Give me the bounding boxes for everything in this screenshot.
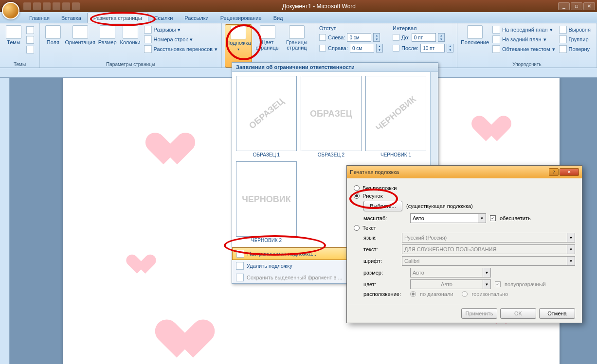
watermark-item-3[interactable]: ЧЕРНОВИКЧЕРНОВИК 1 xyxy=(365,76,426,157)
custom-watermark-icon xyxy=(236,250,244,258)
themes-button[interactable]: Темы xyxy=(3,24,24,68)
cancel-button[interactable]: Отмена xyxy=(539,308,575,319)
dialog-titlebar[interactable]: Печатная подложка ? ✕ xyxy=(347,166,582,178)
ribbon: Темы Темы Поля Ориентация Размер Колонки… xyxy=(0,23,597,68)
tab-review[interactable]: Рецензирование xyxy=(215,13,268,23)
radio-no-watermark[interactable]: Без подложки xyxy=(354,185,575,191)
scale-combo-arrow[interactable]: ▼ xyxy=(478,213,486,223)
tab-page-layout[interactable]: Разметка страницы xyxy=(87,13,148,23)
bring-front-icon xyxy=(492,26,500,34)
bring-front-button[interactable]: На передний план ▾ xyxy=(491,25,556,34)
radio-text[interactable]: Текст xyxy=(354,225,575,231)
ok-button[interactable]: OK xyxy=(500,308,536,319)
office-button[interactable] xyxy=(2,2,19,19)
color-combo: Авто xyxy=(410,279,483,289)
position-icon xyxy=(467,25,483,39)
minimize-button[interactable]: _ xyxy=(558,2,570,10)
preview-icon[interactable] xyxy=(62,2,70,10)
scale-combo[interactable]: Авто xyxy=(410,213,478,223)
dialog-title: Печатная подложка xyxy=(350,169,549,175)
tab-home[interactable]: Главная xyxy=(23,13,55,23)
text-combo: ДЛЯ СЛУЖЕБНОГО ПОЛЬЗОВАНИЯ xyxy=(402,244,567,254)
size-button[interactable]: Размер xyxy=(97,24,118,68)
language-combo: Русский (Россия) xyxy=(402,233,567,243)
select-picture-button[interactable]: Выбрать... xyxy=(363,201,402,211)
columns-icon xyxy=(123,25,138,39)
position-button[interactable]: Положение xyxy=(460,24,489,68)
group-page-setup-label: Параметры страницы xyxy=(40,62,221,67)
dialog-help-button[interactable]: ? xyxy=(549,168,559,176)
theme-fonts-icon[interactable] xyxy=(26,36,34,44)
indent-left-icon xyxy=(319,34,326,41)
tab-view[interactable]: Вид xyxy=(268,13,289,23)
text-wrap-icon xyxy=(492,45,500,53)
spacing-before-icon xyxy=(393,34,399,41)
save-icon[interactable] xyxy=(23,2,31,10)
window-title: Документ1 - Microsoft Word xyxy=(80,3,558,10)
titlebar: Документ1 - Microsoft Word _ □ ✕ xyxy=(0,0,597,12)
group-arrange-label: Упорядочить xyxy=(457,62,597,67)
apply-button[interactable]: Применить xyxy=(461,308,497,319)
breaks-button[interactable]: Разрывы ▾ xyxy=(143,25,218,34)
dialog-close-button[interactable]: ✕ xyxy=(560,168,579,176)
watermark-icon xyxy=(231,26,246,39)
line-numbers-icon xyxy=(144,35,152,43)
radio-horizontal xyxy=(462,291,468,297)
page-color-button[interactable]: Цвет страницы xyxy=(254,24,281,68)
indent-right-input[interactable]: 0 см xyxy=(350,44,374,52)
indent-right-spinner[interactable]: ▲▼ xyxy=(376,44,383,52)
group-themes-label: Темы xyxy=(0,62,39,67)
ribbon-tabs: Главная Вставка Разметка страницы Ссылки… xyxy=(0,12,597,23)
tab-insert[interactable]: Вставка xyxy=(55,13,87,23)
size-combo: Авто xyxy=(410,268,483,277)
line-numbers-button[interactable]: Номера строк ▾ xyxy=(143,35,218,44)
orientation-button[interactable]: Ориентация xyxy=(65,24,95,68)
qat-more-icon[interactable] xyxy=(72,2,80,10)
hyphenation-button[interactable]: Расстановка переносов ▾ xyxy=(143,45,218,53)
maximize-button[interactable]: □ xyxy=(571,2,582,10)
indent-right-icon xyxy=(319,45,326,52)
send-back-button[interactable]: На задний план ▾ xyxy=(491,35,556,44)
radio-picture[interactable]: Рисунок xyxy=(354,193,575,199)
spacing-after-spinner[interactable]: ▲▼ xyxy=(447,44,453,52)
scale-label: масштаб: xyxy=(363,215,406,221)
close-button[interactable]: ✕ xyxy=(583,2,595,10)
indent-header: Отступ xyxy=(319,25,383,31)
page-color-icon xyxy=(260,25,275,39)
margins-button[interactable]: Поля xyxy=(43,24,63,68)
existing-watermark-label: (существующая подложка) xyxy=(406,203,473,209)
watermark-dialog: Печатная подложка ? ✕ Без подложки Рисун… xyxy=(346,165,582,323)
radio-diagonal xyxy=(410,291,416,297)
font-combo: Calibri xyxy=(402,256,567,266)
size-icon xyxy=(100,25,115,39)
theme-effects-icon[interactable] xyxy=(26,46,34,53)
tab-mailings[interactable]: Рассылки xyxy=(179,13,214,23)
washout-checkbox[interactable] xyxy=(490,215,496,221)
spacing-before-input[interactable]: 0 пт xyxy=(412,33,436,42)
undo-icon[interactable] xyxy=(33,2,41,10)
align-button[interactable]: Выровня xyxy=(558,25,592,34)
theme-colors-icon[interactable] xyxy=(26,26,34,34)
indent-left-spinner[interactable]: ▲▼ xyxy=(373,33,380,42)
spacing-after-input[interactable]: 10 пт xyxy=(420,44,445,52)
columns-button[interactable]: Колонки xyxy=(120,24,141,68)
watermark-item-1[interactable]: ОБРАЗЕЦОБРАЗЕЦ 1 xyxy=(236,76,297,157)
group-icon xyxy=(559,35,567,43)
group-button[interactable]: Группир xyxy=(558,35,592,44)
vertical-ruler[interactable] xyxy=(0,78,10,364)
spacing-before-spinner[interactable]: ▲▼ xyxy=(438,33,445,42)
align-icon xyxy=(559,26,567,34)
text-wrap-button[interactable]: Обтекание текстом ▾ xyxy=(491,45,556,53)
watermark-button[interactable]: Подложка▾ xyxy=(225,24,252,68)
page-borders-button[interactable]: Границы страниц xyxy=(283,24,310,68)
breaks-icon xyxy=(144,26,152,34)
print-icon[interactable] xyxy=(53,2,60,10)
rotate-button[interactable]: Поверну xyxy=(558,45,592,53)
page-borders-icon xyxy=(289,25,305,39)
watermark-item-2[interactable]: ОБРАЗЕЦОБРАЗЕЦ 2 xyxy=(301,76,362,157)
rotate-icon xyxy=(559,45,567,53)
tab-references[interactable]: Ссылки xyxy=(148,13,179,23)
watermark-item-4[interactable]: ЧЕРНОВИКЧЕРНОВИК 2 xyxy=(236,161,297,243)
redo-icon[interactable] xyxy=(43,2,51,10)
indent-left-input[interactable]: 0 см xyxy=(347,33,371,42)
